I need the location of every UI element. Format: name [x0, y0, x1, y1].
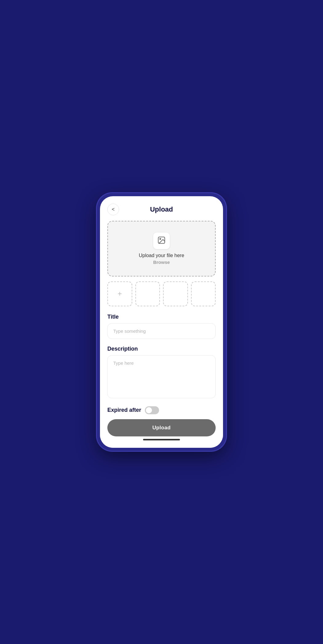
description-textarea[interactable] [107, 355, 216, 398]
thumbnail-add-slot[interactable]: + [107, 281, 132, 306]
description-label: Description [107, 346, 216, 352]
screen-content: < Upload Upload your file here Bro [100, 196, 223, 415]
bottom-bar: Upload [100, 415, 223, 448]
svg-point-1 [160, 238, 161, 240]
description-section: Description [107, 346, 216, 406]
expired-toggle-row: Expired after [107, 406, 216, 414]
add-icon: + [118, 289, 122, 298]
back-button[interactable]: < [107, 204, 119, 215]
upload-main-text: Upload your file here [139, 253, 184, 258]
upload-browse-text[interactable]: Browse [153, 260, 170, 265]
page-title: Upload [150, 205, 173, 213]
image-icon [157, 236, 166, 246]
title-section: Title [107, 314, 216, 346]
expired-toggle[interactable] [145, 406, 159, 414]
back-icon: < [112, 207, 114, 212]
thumbnail-slot-2[interactable] [163, 281, 188, 306]
phone-screen: < Upload Upload your file here Bro [100, 196, 223, 448]
upload-button[interactable]: Upload [107, 419, 216, 436]
toggle-thumb [146, 407, 152, 413]
expired-label: Expired after [107, 407, 141, 413]
upload-dropzone[interactable]: Upload your file here Browse [107, 221, 216, 276]
thumbnail-slot-3[interactable] [191, 281, 216, 306]
title-label: Title [107, 314, 216, 320]
header: < Upload [107, 202, 216, 213]
thumbnail-slot-1[interactable] [135, 281, 160, 306]
phone-frame: < Upload Upload your file here Bro [97, 193, 226, 451]
upload-icon-wrapper [153, 233, 170, 249]
home-indicator [143, 439, 180, 440]
thumbnail-row: + [107, 281, 216, 306]
title-input[interactable] [107, 323, 216, 339]
